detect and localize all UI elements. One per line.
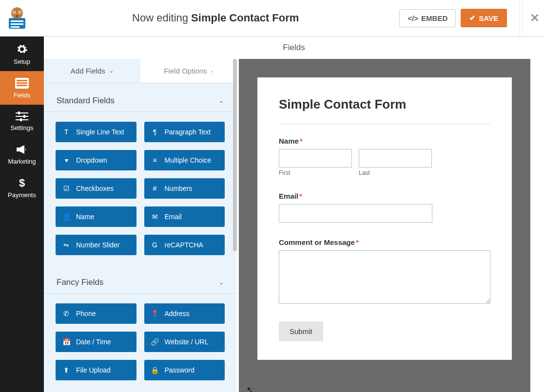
email-label-text: Email — [279, 192, 298, 200]
field-type-name[interactable]: 👤Name — [56, 206, 136, 227]
first-sublabel: First — [279, 169, 352, 176]
multiple-choice-icon: ≡ — [151, 156, 159, 164]
field-type-label: Paragraph Text — [165, 128, 211, 136]
nav-settings-label: Settings — [0, 124, 44, 131]
chevron-down-icon: ⌄ — [219, 279, 224, 286]
field-type-dropdown[interactable]: ▾Dropdown — [56, 150, 136, 170]
file-upload-icon: ⬆ — [62, 366, 70, 374]
address-icon: 📍 — [151, 310, 159, 317]
embed-button[interactable]: </> EMBED — [399, 9, 456, 27]
field-type-file-upload[interactable]: ⬆File Upload — [56, 360, 136, 380]
field-type-checkboxes[interactable]: ☑Checkboxes — [56, 178, 136, 199]
editing-prefix: Now editing — [132, 12, 191, 24]
bullhorn-icon — [0, 144, 44, 155]
comment-label-text: Comment or Message — [279, 238, 355, 246]
name-label: Name* — [279, 137, 490, 145]
field-type-number-slider[interactable]: ⇋Number Slider — [56, 235, 136, 255]
dollar-icon: $ — [0, 178, 44, 188]
panel-title: Fields — [283, 43, 305, 53]
section-standard-title: Standard Fields — [57, 96, 115, 106]
email-icon: ✉ — [151, 213, 159, 221]
nav-payments-label: Payments — [0, 191, 44, 199]
panel-header: Fields — [44, 37, 544, 59]
nav-marketing[interactable]: Marketing — [0, 137, 44, 171]
field-type-label: Dropdown — [76, 156, 107, 164]
top-buttons: </> EMBED ✔ SAVE — [399, 9, 507, 27]
standard-fields-grid: TSingle Line Text¶Paragraph Text▾Dropdow… — [44, 112, 236, 265]
svg-point-3 — [14, 12, 15, 13]
email-input[interactable] — [279, 204, 432, 223]
nav-fields-label: Fields — [0, 92, 44, 99]
field-type-website-url[interactable]: 🔗Website / URL — [144, 332, 225, 352]
field-type-single-line-text[interactable]: TSingle Line Text — [56, 122, 136, 142]
fields-icon — [0, 78, 44, 89]
svg-rect-15 — [18, 112, 20, 114]
comment-textarea[interactable] — [279, 250, 490, 304]
phone-icon: ✆ — [62, 310, 70, 317]
required-marker: * — [356, 238, 359, 246]
nav-setup[interactable]: Setup — [0, 37, 44, 71]
tab-add-fields[interactable]: Add Fields ⌄ — [44, 59, 140, 83]
field-type-label: Website / URL — [165, 338, 209, 346]
field-type-date-time[interactable]: 📅Date / Time — [56, 332, 136, 352]
field-name[interactable]: Name* First Last — [279, 137, 490, 176]
field-type-numbers[interactable]: #Numbers — [144, 178, 225, 199]
nav-setup-label: Setup — [0, 58, 44, 65]
gear-icon — [0, 43, 44, 55]
save-button[interactable]: ✔ SAVE — [461, 9, 507, 27]
name-label-text: Name — [279, 137, 299, 145]
svg-rect-14 — [16, 112, 28, 113]
name-row: First Last — [279, 149, 490, 176]
form-name: Simple Contact Form — [191, 12, 299, 24]
svg-rect-7 — [11, 20, 23, 22]
checkboxes-icon: ☑ — [62, 185, 70, 192]
preview-form-title: Simple Contact Form — [279, 97, 490, 112]
fields-sidebar: Add Fields ⌄ Field Options › Standard Fi… — [44, 59, 236, 392]
field-email[interactable]: Email* — [279, 192, 490, 223]
chevron-right-icon: › — [211, 68, 213, 74]
recaptcha-icon: G — [151, 241, 159, 249]
paragraph-text-icon: ¶ — [151, 128, 159, 136]
check-icon: ✔ — [469, 14, 476, 22]
section-fancy-title: Fancy Fields — [57, 278, 103, 287]
field-type-address[interactable]: 📍Address — [144, 303, 225, 324]
last-name-input[interactable] — [359, 149, 432, 168]
required-marker: * — [300, 137, 303, 145]
field-type-label: Multiple Choice — [165, 156, 212, 164]
field-type-email[interactable]: ✉Email — [144, 206, 225, 227]
field-type-multiple-choice[interactable]: ≡Multiple Choice — [144, 150, 225, 170]
field-comment[interactable]: Comment or Message* — [279, 238, 490, 306]
nav-payments[interactable]: $ Payments — [0, 171, 44, 205]
divider — [279, 124, 490, 124]
wpforms-logo — [2, 5, 32, 32]
svg-rect-16 — [16, 116, 28, 117]
code-icon: </> — [408, 14, 418, 22]
chevron-down-icon: ⌄ — [109, 68, 114, 74]
section-standard-fields[interactable]: Standard Fields ⌄ — [44, 83, 236, 112]
field-type-recaptcha[interactable]: GreCAPTCHA — [144, 235, 225, 255]
first-name-input[interactable] — [279, 149, 352, 168]
svg-rect-11 — [17, 80, 27, 81]
field-type-phone[interactable]: ✆Phone — [56, 303, 136, 324]
field-type-label: Date / Time — [76, 338, 111, 346]
tab-field-options[interactable]: Field Options › — [140, 59, 237, 83]
numbers-icon: # — [151, 185, 159, 192]
svg-rect-13 — [17, 85, 27, 86]
section-fancy-fields[interactable]: Fancy Fields ⌄ — [44, 265, 236, 294]
last-sublabel: Last — [359, 169, 432, 176]
field-type-label: Name — [76, 213, 94, 221]
nav-settings[interactable]: Settings — [0, 105, 44, 137]
field-type-paragraph-text[interactable]: ¶Paragraph Text — [144, 122, 225, 142]
close-button[interactable]: ✕ — [522, 0, 539, 36]
last-name-col: Last — [359, 149, 432, 176]
date-time-icon: 📅 — [62, 338, 70, 346]
sidebar-tabs: Add Fields ⌄ Field Options › — [44, 59, 236, 83]
submit-button[interactable]: Submit — [279, 321, 323, 341]
field-type-password[interactable]: 🔒Password — [144, 360, 225, 380]
dropdown-icon: ▾ — [62, 156, 70, 164]
nav-fields[interactable]: Fields — [0, 71, 44, 105]
embed-button-label: EMBED — [421, 14, 447, 22]
tab-field-options-label: Field Options — [164, 67, 207, 75]
scrollbar[interactable] — [233, 59, 237, 251]
website-url-icon: 🔗 — [151, 338, 159, 346]
